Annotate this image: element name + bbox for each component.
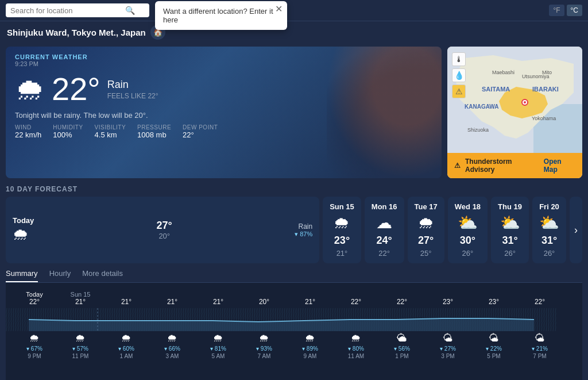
tab-summary[interactable]: Summary <box>6 269 38 282</box>
chart-precip-2: ▾ 60% <box>103 346 149 352</box>
chart-precip-row: ▾ 67% ▾ 57% ▾ 60% ▾ 66% ▾ 81% ▾ 93% ▾ 89… <box>6 346 582 352</box>
fc-icon-fri20: ⛅ <box>539 213 559 232</box>
tooltip-close-button[interactable]: ✕ <box>275 5 283 14</box>
forecast-card-wed18[interactable]: Wed 18 ⛅ 30° 26° <box>448 197 488 263</box>
fc-condition-today: Rain <box>298 222 312 231</box>
chart-time-11: 7 PM <box>517 353 563 359</box>
thermometer-button[interactable]: 🌡 <box>452 52 466 66</box>
chart-icon-5: 🌧 <box>241 332 287 344</box>
current-weather-panel: CURRENT WEATHER 9:23 PM 🌧 22° Rain FEELS… <box>6 47 442 178</box>
fc-low-fri20: 26° <box>544 249 555 258</box>
chart-time-8: 1 PM <box>379 353 425 359</box>
fc-icon-thu19: ⛅ <box>500 213 520 232</box>
location-name: Shinjuku Ward, Tokyo Met., Japan <box>7 28 146 37</box>
warning-button[interactable]: ⚠ <box>452 85 466 98</box>
chart-time-6: 9 AM <box>287 353 333 359</box>
celsius-button[interactable]: °C <box>567 5 582 16</box>
fc-low-today: 20° <box>158 232 170 240</box>
chart-icon-10: 🌤 <box>471 332 517 344</box>
wind-value: 22 km/h <box>15 130 41 139</box>
fc-icon-wed18: ⛅ <box>458 213 478 232</box>
fc-high-fri20: 31° <box>541 235 557 247</box>
fc-low-sun15: 21° <box>336 249 348 258</box>
chart-time-10: 5 PM <box>471 353 517 359</box>
chart-time-9: 3 PM <box>425 353 471 359</box>
chart-icon-4: 🌧 <box>195 332 241 344</box>
tab-hourly[interactable]: Hourly <box>49 269 71 282</box>
cw-humidity: HUMIDITY 100% <box>53 124 83 139</box>
chart-temp-4: 21° <box>195 298 241 306</box>
map-controls: 🌡 💧 ⚠ <box>452 52 466 98</box>
chart-precip-9: ▾ 27% <box>425 346 471 352</box>
fc-day-today: Today <box>13 216 34 225</box>
svg-text:Mito: Mito <box>542 70 552 75</box>
cw-wind: WIND 22 km/h <box>15 124 41 139</box>
svg-text:Maebashi: Maebashi <box>492 70 514 75</box>
search-button[interactable]: 🔍 <box>125 6 135 15</box>
chart-time-row: 9 PM 11 PM 1 AM 3 AM 5 AM 7 AM 9 AM 11 A… <box>6 353 582 359</box>
cw-visibility: VISIBILITY 4.5 km <box>95 124 126 139</box>
fc-high-tue17: 27° <box>418 235 434 247</box>
fc-high-today: 27° <box>157 220 172 232</box>
fc-day-sun15: Sun 15 <box>330 202 354 211</box>
chart-precip-11: ▾ 21% <box>517 346 563 352</box>
humidity-label: HUMIDITY <box>53 124 83 130</box>
chart-temp-0: 22° <box>11 298 57 306</box>
forecast-card-tue17[interactable]: Tue 17 🌧 27° 25° <box>408 197 444 263</box>
alert-text: Thunderstorm Advisory <box>465 158 539 174</box>
chart-icon-11: 🌤 <box>517 332 563 344</box>
main-content: CURRENT WEATHER 9:23 PM 🌧 22° Rain FEELS… <box>0 43 588 182</box>
chart-area <box>6 308 582 331</box>
svg-text:IBARAKI: IBARAKI <box>532 86 559 93</box>
forecast-card-today[interactable]: Today 🌧 27° 20° Rain ▾ 87% <box>6 197 319 263</box>
cw-pressure: PRESSURE 1008 mb <box>137 124 171 139</box>
forecast-card-sun15[interactable]: Sun 15 🌧 23° 21° <box>323 197 361 263</box>
fc-high-mon16: 24° <box>377 235 392 247</box>
forecast-card-thu19[interactable]: Thu 19 ⛅ 31° 26° <box>491 197 529 263</box>
fahrenheit-button[interactable]: °F <box>549 5 564 16</box>
chart-temps: 22° 21° 21° 21° 21° 20° 21° 22° 22° 23° … <box>6 298 582 306</box>
search-box[interactable]: 🔍 <box>6 3 149 17</box>
chart-time-3: 3 AM <box>149 353 195 359</box>
forecast-card-fri20[interactable]: Fri 20 ⛅ 31° 26° <box>532 197 566 263</box>
fc-low-thu19: 26° <box>504 249 516 258</box>
chart-time-5: 7 AM <box>241 353 287 359</box>
fc-high-thu19: 31° <box>502 235 517 247</box>
forecast-next-button[interactable]: › <box>570 197 582 263</box>
chart-precip-5: ▾ 93% <box>241 346 287 352</box>
temp-units: °F °C <box>549 5 582 16</box>
chart-precip-7: ▾ 80% <box>333 346 379 352</box>
droplet-button[interactable]: 💧 <box>452 68 466 82</box>
svg-point-13 <box>524 101 526 103</box>
tab-more-details[interactable]: More details <box>82 269 123 282</box>
chart-icons-row: 🌧 🌧 🌧 🌧 🌧 🌧 🌧 🌧 🌥 🌤 🌤 🌤 <box>6 332 582 344</box>
chart-time-7: 11 AM <box>333 353 379 359</box>
visibility-label: VISIBILITY <box>95 124 126 130</box>
forecast-card-mon16[interactable]: Mon 16 ☁ 24° 22° <box>365 197 404 263</box>
cw-label: CURRENT WEATHER <box>15 53 432 60</box>
chart-time-4: 5 AM <box>195 353 241 359</box>
cw-temp: 22° <box>52 73 100 105</box>
open-map-link[interactable]: Open Map <box>544 158 575 174</box>
fc-day-tue17: Tue 17 <box>415 202 438 211</box>
chart-icon-1: 🌧 <box>57 332 103 344</box>
search-input[interactable] <box>10 6 125 15</box>
chart-temp-11: 22° <box>517 298 563 306</box>
fc-day-wed18: Wed 18 <box>455 202 481 211</box>
fc-precip-today: ▾ 87% <box>295 231 312 238</box>
dew-point-value: 22° <box>183 130 218 139</box>
chart-icon-7: 🌧 <box>333 332 379 344</box>
chart-time-2: 1 AM <box>103 353 149 359</box>
forecast-section: 10 DAY FORECAST Today 🌧 27° 20° Rain ▾ 8… <box>0 182 588 267</box>
top-bar: 🔍 °F °C Want a different location? Enter… <box>0 0 588 21</box>
summary-section: Summary Hourly More details Today Sun 15… <box>0 267 588 380</box>
fc-high-wed18: 30° <box>460 235 475 247</box>
pressure-label: PRESSURE <box>137 124 171 130</box>
cw-weather-icon: 🌧 <box>15 72 45 106</box>
fc-icon-mon16: ☁ <box>376 213 392 232</box>
chart-temp-8: 22° <box>379 298 425 306</box>
fc-icon-tue17: 🌧 <box>418 213 434 232</box>
fc-high-sun15: 23° <box>334 235 350 247</box>
location-bar: Shinjuku Ward, Tokyo Met., Japan 🏠 <box>0 21 588 43</box>
fc-day-fri20: Fri 20 <box>539 202 559 211</box>
